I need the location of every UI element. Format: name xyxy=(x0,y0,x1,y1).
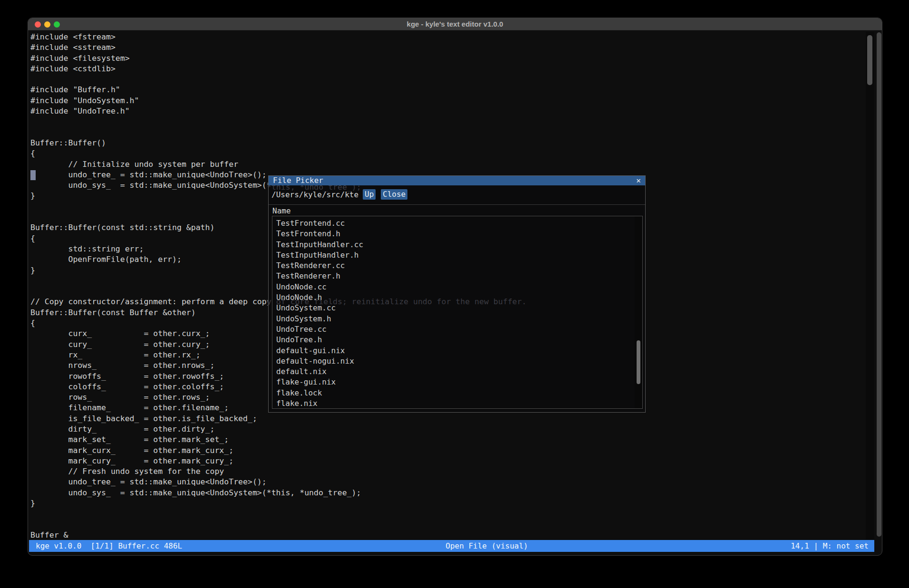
file-list-scrollbar-track[interactable] xyxy=(635,216,642,408)
file-list-item[interactable]: flake-gui.nix xyxy=(276,377,363,387)
status-mode: Open File (visual) xyxy=(445,540,528,552)
code-line: // Fresh undo system for the copy xyxy=(30,466,526,477)
code-line xyxy=(30,74,526,85)
path-row: /Users/kyle/src/kte Up Close xyxy=(269,186,645,202)
file-list-item[interactable]: flake.nix xyxy=(276,398,363,409)
status-bar: kge v1.0.0 [1/1] Buffer.cc 486L Open Fil… xyxy=(29,540,874,552)
code-line xyxy=(30,520,526,530)
code-line: mark_cury_ = other.mark_cury_; xyxy=(30,456,526,466)
editor-scrollbar-thumb[interactable] xyxy=(867,35,872,85)
code-line: Buffer::Buffer() xyxy=(30,138,526,148)
code-line: #include <sstream> xyxy=(30,42,526,53)
file-list-item[interactable]: flake.lock xyxy=(276,388,363,398)
code-line: dirty_ = other.dirty_; xyxy=(30,424,526,434)
code-line: #include <cstdlib> xyxy=(30,64,526,74)
dialog-titlebar[interactable]: File Picker ✕ xyxy=(269,176,645,185)
code-line: #include "UndoSystem.h" xyxy=(30,96,526,106)
file-list-item[interactable]: default.nix xyxy=(276,366,363,377)
file-list-item[interactable]: TestInputHandler.cc xyxy=(276,240,363,250)
code-line xyxy=(30,509,526,519)
code-line: mark_curx_ = other.mark_curx_; xyxy=(30,445,526,456)
file-picker-dialog: *this, *undo_tree_); y of core fields; r… xyxy=(268,175,646,413)
status-file-info: kge v1.0.0 [1/1] Buffer.cc 486L xyxy=(36,540,182,552)
code-line: undo_sys_ = std::make_unique<UndoSystem>… xyxy=(30,488,526,498)
code-line: #include "UndoTree.h" xyxy=(30,106,526,116)
file-list-item[interactable]: UndoSystem.h xyxy=(276,314,363,324)
up-button[interactable]: Up xyxy=(363,189,376,200)
window-titlebar[interactable]: kge - kyle's text editor v1.0.0 xyxy=(28,18,882,30)
editor-scrollbar-track[interactable] xyxy=(866,32,874,540)
code-line: #include <fstream> xyxy=(30,32,526,42)
file-list: TestFrontend.ccTestFrontend.hTestInputHa… xyxy=(272,216,643,409)
window-edge-scrollbar[interactable] xyxy=(877,32,881,537)
code-line: is_file_backed_ = other.is_file_backed_; xyxy=(30,414,526,424)
file-list-item[interactable]: default-gui.nix xyxy=(276,346,363,356)
code-line xyxy=(30,127,526,138)
code-line: undo_tree_ = std::make_unique<UndoTree>(… xyxy=(30,477,526,487)
file-list-item[interactable]: UndoSystem.cc xyxy=(276,303,363,313)
code-line: } xyxy=(30,498,526,509)
code-line: #include <filesystem> xyxy=(30,53,526,64)
file-list-item[interactable]: TestRenderer.cc xyxy=(276,260,363,271)
code-line: // Initialize undo system per buffer xyxy=(30,159,526,170)
dialog-title: File Picker xyxy=(273,176,323,185)
close-icon[interactable]: ✕ xyxy=(636,176,641,185)
code-line: mark_set_ = other.mark_set_; xyxy=(30,434,526,445)
file-list-scrollbar-thumb[interactable] xyxy=(637,340,640,384)
status-cursor-position: 14,1 | M: not set xyxy=(791,540,869,552)
file-list-item[interactable]: UndoTree.h xyxy=(276,335,363,345)
divider xyxy=(269,204,645,205)
editor-window: kge - kyle's text editor v1.0.0 #include… xyxy=(28,18,882,556)
file-list-item[interactable]: default-nogui.nix xyxy=(276,356,363,366)
current-path: /Users/kyle/src/kte xyxy=(271,190,358,199)
window-title: kge - kyle's text editor v1.0.0 xyxy=(28,18,882,30)
file-list-item[interactable]: TestFrontend.cc xyxy=(276,218,363,229)
file-list-item[interactable]: UndoTree.cc xyxy=(276,324,363,335)
code-line: #include "Buffer.h" xyxy=(30,85,526,95)
file-list-item[interactable]: TestInputHandler.h xyxy=(276,250,363,260)
file-list-item[interactable]: TestFrontend.h xyxy=(276,229,363,239)
file-list-item[interactable]: UndoNode.cc xyxy=(276,282,363,292)
code-line xyxy=(30,116,526,127)
file-list-item[interactable]: TestRenderer.h xyxy=(276,271,363,281)
code-line: { xyxy=(30,148,526,159)
file-list-items: TestFrontend.ccTestFrontend.hTestInputHa… xyxy=(276,218,363,409)
column-header-name: Name xyxy=(272,206,291,215)
file-list-item[interactable]: UndoNode.h xyxy=(276,292,363,303)
close-button[interactable]: Close xyxy=(381,189,407,200)
code-line: Buffer & xyxy=(30,530,526,540)
text-cursor xyxy=(30,170,36,180)
